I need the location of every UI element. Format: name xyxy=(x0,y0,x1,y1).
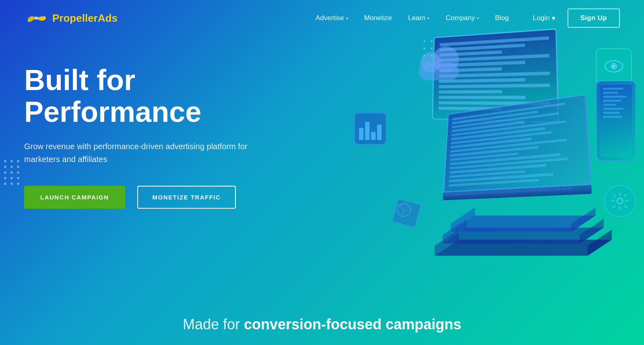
nav-item-blog[interactable]: Blog xyxy=(495,14,509,22)
nav-link-learn[interactable]: Learn ▾ xyxy=(408,14,429,22)
chart-icon-badge xyxy=(354,113,386,145)
platform-stacks xyxy=(411,183,612,265)
nav-link-company[interactable]: Company ▾ xyxy=(446,14,479,22)
nav-label-company: Company xyxy=(446,14,475,22)
nav-item-advertise[interactable]: Advertise ▾ xyxy=(316,14,348,22)
hero-title: Built for Performance xyxy=(24,64,258,128)
nav-auth: Login ▾ Sign Up xyxy=(533,8,620,28)
logo[interactable]: PropellerAds xyxy=(24,6,118,30)
nav-link-monetize[interactable]: Monetize xyxy=(364,14,392,22)
phone-device-right xyxy=(596,80,636,161)
chevron-down-icon: ▾ xyxy=(427,16,429,21)
chevron-down-icon: ▾ xyxy=(477,16,479,21)
login-link[interactable]: Login ▾ xyxy=(533,14,555,23)
nav-label-advertise: Advertise xyxy=(316,14,344,22)
hero-content: Built for Performance Grow revenue with … xyxy=(24,64,258,209)
decorative-dots-left xyxy=(4,160,20,185)
nav-label-learn: Learn xyxy=(408,14,425,22)
nav-link-advertise[interactable]: Advertise ▾ xyxy=(316,14,348,22)
hero-subtitle: Grow revenue with performance-driven adv… xyxy=(24,140,258,166)
bottom-text-normal: Made for xyxy=(183,316,244,333)
launch-campaign-button[interactable]: LAUNCH CAMPAIGN xyxy=(24,186,125,209)
hero-illustration xyxy=(282,0,644,306)
phone-screen-right xyxy=(600,84,632,157)
bottom-tagline: Made for conversion-focused campaigns xyxy=(0,316,644,333)
hero-section: PropellerAds Advertise ▾ Monetize Learn … xyxy=(0,0,644,345)
navigation: PropellerAds Advertise ▾ Monetize Learn … xyxy=(0,0,644,36)
nav-link-blog[interactable]: Blog xyxy=(495,14,509,22)
bottom-text-bold: conversion-focused campaigns xyxy=(244,316,461,333)
hero-title-line2: Performance xyxy=(24,96,201,128)
logo-icon xyxy=(24,6,48,30)
login-label: Login xyxy=(533,14,550,22)
nav-item-learn[interactable]: Learn ▾ xyxy=(408,14,429,22)
monetize-traffic-button[interactable]: MONETIZE TRAFFIC xyxy=(137,186,236,209)
svg-point-4 xyxy=(617,198,623,204)
brand-name: PropellerAds xyxy=(52,12,118,25)
nav-label-monetize: Monetize xyxy=(364,14,392,22)
eye-icon-badge xyxy=(596,48,632,84)
nav-item-monetize[interactable]: Monetize xyxy=(364,14,392,22)
svg-line-7 xyxy=(402,211,404,217)
hero-title-line1: Built for xyxy=(24,64,135,96)
chevron-down-icon: ▾ xyxy=(346,16,348,21)
chevron-down-icon: ▾ xyxy=(552,14,555,23)
svg-point-0 xyxy=(35,16,38,20)
svg-marker-6 xyxy=(398,201,412,213)
nav-links: Advertise ▾ Monetize Learn ▾ Company ▾ xyxy=(316,14,509,22)
brand-name-black: Propeller xyxy=(52,12,98,24)
cloud-icon xyxy=(415,52,463,80)
svg-point-3 xyxy=(613,65,615,68)
signup-button[interactable]: Sign Up xyxy=(568,8,620,28)
hero-buttons: LAUNCH CAMPAIGN MONETIZE TRAFFIC xyxy=(24,186,258,209)
nav-item-company[interactable]: Company ▾ xyxy=(446,14,479,22)
nav-label-blog: Blog xyxy=(495,14,509,22)
brand-name-yellow: Ads xyxy=(98,12,118,24)
